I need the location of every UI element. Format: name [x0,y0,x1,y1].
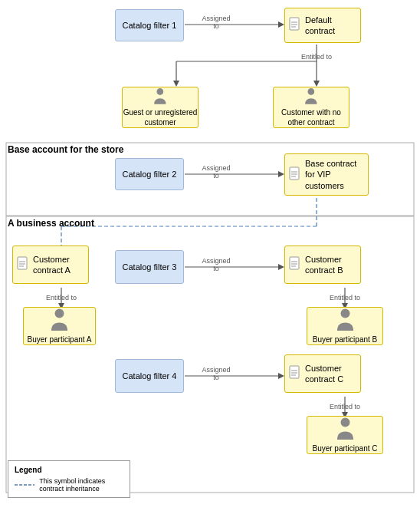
doc-icon-b [288,256,302,273]
svg-text:Assigned: Assigned [202,366,230,374]
svg-point-45 [308,89,314,95]
svg-point-44 [157,89,163,95]
svg-marker-14 [278,171,284,177]
catalog-filter-2: Catalog filter 2 [115,158,184,190]
svg-text:Assigned: Assigned [202,257,230,265]
svg-text:Entitled to: Entitled to [301,53,332,61]
customer-contract-a: Customer contract A [12,246,89,284]
doc-icon-c [288,365,302,382]
svg-rect-46 [290,167,299,180]
catalog-filter-1: Catalog filter 1 [115,9,184,41]
legend-box: Legend This symbol indicates contract in… [8,460,130,498]
doc-icon-svg [288,17,302,34]
legend-item: This symbol indicates contract inheritan… [15,477,123,493]
business-account-label: A business account [8,218,94,229]
svg-marker-1 [278,21,284,28]
svg-text:to: to [213,265,219,272]
svg-text:Assigned: Assigned [202,15,230,22]
svg-marker-8 [173,81,179,87]
doc-icon-base [288,166,302,183]
svg-rect-50 [18,257,27,269]
svg-text:Entitled to: Entitled to [330,294,360,302]
guest-customer: Guest or unregistered customer [122,87,199,128]
customer-contract-c: Customer contract C [284,354,361,393]
svg-text:Assigned: Assigned [202,164,230,172]
buyer-b: Buyer participant B [307,307,383,345]
svg-point-64 [341,418,349,427]
person-icon-no-contract [304,87,319,106]
svg-text:to: to [213,374,219,381]
legend-dashed-line [15,480,34,489]
person-icon-buyer-b [335,308,356,333]
svg-marker-27 [278,264,284,270]
svg-point-58 [55,309,64,318]
svg-text:Entitled to: Entitled to [46,294,77,302]
svg-rect-40 [290,18,299,30]
svg-marker-34 [278,373,284,379]
catalog-filter-3: Catalog filter 3 [115,250,184,284]
svg-text:Entitled to: Entitled to [330,403,360,410]
buyer-c: Buyer participant C [307,416,383,454]
svg-text:to: to [213,172,219,180]
customer-no-contract: Customer with no other contract [273,87,349,128]
svg-rect-54 [290,257,299,269]
base-account-label: Base account for the store [8,144,123,155]
person-icon-buyer-a [49,308,70,333]
person-icon-guest [153,87,168,106]
diagram-container: Assigned to Entitled to Assigned to [0,0,420,15]
base-contract: Base contract for VIP customers [284,153,369,196]
svg-text:to: to [213,22,219,30]
customer-contract-b: Customer contract B [284,246,361,284]
person-icon-buyer-c [335,417,356,442]
svg-marker-10 [313,81,320,87]
svg-point-59 [341,309,349,318]
buyer-a: Buyer participant A [23,307,96,345]
doc-icon-a [16,256,30,273]
default-contract: Default contract [284,8,361,43]
svg-rect-60 [290,366,299,378]
legend-title: Legend [15,466,123,474]
catalog-filter-4: Catalog filter 4 [115,359,184,393]
